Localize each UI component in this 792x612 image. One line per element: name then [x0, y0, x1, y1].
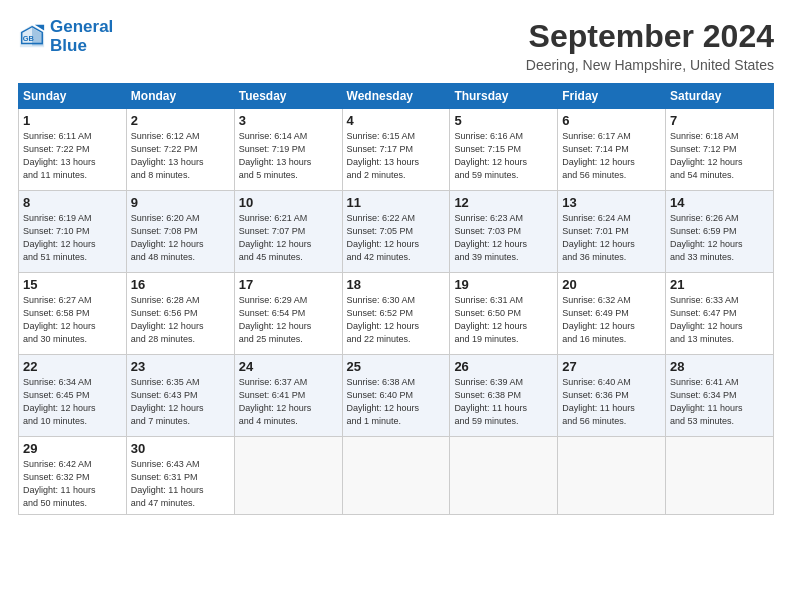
- day-number: 3: [239, 113, 338, 128]
- header: GB General Blue September 2024 Deering, …: [18, 18, 774, 73]
- logo-text: General Blue: [50, 18, 113, 55]
- day-info: Sunrise: 6:29 AM Sunset: 6:54 PM Dayligh…: [239, 294, 338, 346]
- table-row: 1Sunrise: 6:11 AM Sunset: 7:22 PM Daylig…: [19, 109, 127, 191]
- table-row: [450, 437, 558, 515]
- day-info: Sunrise: 6:16 AM Sunset: 7:15 PM Dayligh…: [454, 130, 553, 182]
- table-row: 16Sunrise: 6:28 AM Sunset: 6:56 PM Dayli…: [126, 273, 234, 355]
- table-row: 9Sunrise: 6:20 AM Sunset: 7:08 PM Daylig…: [126, 191, 234, 273]
- day-number: 4: [347, 113, 446, 128]
- day-number: 19: [454, 277, 553, 292]
- day-number: 14: [670, 195, 769, 210]
- table-row: 26Sunrise: 6:39 AM Sunset: 6:38 PM Dayli…: [450, 355, 558, 437]
- table-row: 18Sunrise: 6:30 AM Sunset: 6:52 PM Dayli…: [342, 273, 450, 355]
- day-info: Sunrise: 6:11 AM Sunset: 7:22 PM Dayligh…: [23, 130, 122, 182]
- day-info: Sunrise: 6:15 AM Sunset: 7:17 PM Dayligh…: [347, 130, 446, 182]
- table-row: [558, 437, 666, 515]
- day-number: 23: [131, 359, 230, 374]
- table-row: 8Sunrise: 6:19 AM Sunset: 7:10 PM Daylig…: [19, 191, 127, 273]
- col-friday: Friday: [558, 84, 666, 109]
- table-row: 3Sunrise: 6:14 AM Sunset: 7:19 PM Daylig…: [234, 109, 342, 191]
- day-info: Sunrise: 6:31 AM Sunset: 6:50 PM Dayligh…: [454, 294, 553, 346]
- day-info: Sunrise: 6:28 AM Sunset: 6:56 PM Dayligh…: [131, 294, 230, 346]
- logo-icon: GB: [18, 23, 46, 51]
- day-number: 10: [239, 195, 338, 210]
- table-row: 29Sunrise: 6:42 AM Sunset: 6:32 PM Dayli…: [19, 437, 127, 515]
- day-info: Sunrise: 6:43 AM Sunset: 6:31 PM Dayligh…: [131, 458, 230, 510]
- day-number: 8: [23, 195, 122, 210]
- table-row: 17Sunrise: 6:29 AM Sunset: 6:54 PM Dayli…: [234, 273, 342, 355]
- col-monday: Monday: [126, 84, 234, 109]
- day-info: Sunrise: 6:14 AM Sunset: 7:19 PM Dayligh…: [239, 130, 338, 182]
- day-info: Sunrise: 6:19 AM Sunset: 7:10 PM Dayligh…: [23, 212, 122, 264]
- day-number: 2: [131, 113, 230, 128]
- table-row: 2Sunrise: 6:12 AM Sunset: 7:22 PM Daylig…: [126, 109, 234, 191]
- day-number: 30: [131, 441, 230, 456]
- day-info: Sunrise: 6:20 AM Sunset: 7:08 PM Dayligh…: [131, 212, 230, 264]
- day-number: 13: [562, 195, 661, 210]
- col-thursday: Thursday: [450, 84, 558, 109]
- table-row: 20Sunrise: 6:32 AM Sunset: 6:49 PM Dayli…: [558, 273, 666, 355]
- day-info: Sunrise: 6:24 AM Sunset: 7:01 PM Dayligh…: [562, 212, 661, 264]
- day-info: Sunrise: 6:37 AM Sunset: 6:41 PM Dayligh…: [239, 376, 338, 428]
- svg-text:GB: GB: [23, 33, 35, 42]
- table-row: 10Sunrise: 6:21 AM Sunset: 7:07 PM Dayli…: [234, 191, 342, 273]
- day-number: 12: [454, 195, 553, 210]
- day-number: 15: [23, 277, 122, 292]
- day-number: 1: [23, 113, 122, 128]
- table-row: [666, 437, 774, 515]
- col-saturday: Saturday: [666, 84, 774, 109]
- table-row: 22Sunrise: 6:34 AM Sunset: 6:45 PM Dayli…: [19, 355, 127, 437]
- day-info: Sunrise: 6:30 AM Sunset: 6:52 PM Dayligh…: [347, 294, 446, 346]
- day-info: Sunrise: 6:40 AM Sunset: 6:36 PM Dayligh…: [562, 376, 661, 428]
- day-number: 7: [670, 113, 769, 128]
- day-number: 6: [562, 113, 661, 128]
- day-info: Sunrise: 6:39 AM Sunset: 6:38 PM Dayligh…: [454, 376, 553, 428]
- title-block: September 2024 Deering, New Hampshire, U…: [526, 18, 774, 73]
- logo: GB General Blue: [18, 18, 113, 55]
- page: GB General Blue September 2024 Deering, …: [0, 0, 792, 612]
- day-number: 29: [23, 441, 122, 456]
- table-row: 15Sunrise: 6:27 AM Sunset: 6:58 PM Dayli…: [19, 273, 127, 355]
- day-number: 9: [131, 195, 230, 210]
- location: Deering, New Hampshire, United States: [526, 57, 774, 73]
- col-sunday: Sunday: [19, 84, 127, 109]
- col-wednesday: Wednesday: [342, 84, 450, 109]
- logo-line1: General: [50, 17, 113, 36]
- table-row: 27Sunrise: 6:40 AM Sunset: 6:36 PM Dayli…: [558, 355, 666, 437]
- day-number: 5: [454, 113, 553, 128]
- day-info: Sunrise: 6:26 AM Sunset: 6:59 PM Dayligh…: [670, 212, 769, 264]
- day-number: 27: [562, 359, 661, 374]
- day-info: Sunrise: 6:21 AM Sunset: 7:07 PM Dayligh…: [239, 212, 338, 264]
- day-info: Sunrise: 6:22 AM Sunset: 7:05 PM Dayligh…: [347, 212, 446, 264]
- day-info: Sunrise: 6:23 AM Sunset: 7:03 PM Dayligh…: [454, 212, 553, 264]
- table-row: [234, 437, 342, 515]
- day-info: Sunrise: 6:35 AM Sunset: 6:43 PM Dayligh…: [131, 376, 230, 428]
- day-info: Sunrise: 6:41 AM Sunset: 6:34 PM Dayligh…: [670, 376, 769, 428]
- day-info: Sunrise: 6:38 AM Sunset: 6:40 PM Dayligh…: [347, 376, 446, 428]
- table-row: 6Sunrise: 6:17 AM Sunset: 7:14 PM Daylig…: [558, 109, 666, 191]
- table-row: [342, 437, 450, 515]
- table-row: 7Sunrise: 6:18 AM Sunset: 7:12 PM Daylig…: [666, 109, 774, 191]
- day-number: 16: [131, 277, 230, 292]
- day-number: 25: [347, 359, 446, 374]
- day-info: Sunrise: 6:18 AM Sunset: 7:12 PM Dayligh…: [670, 130, 769, 182]
- table-row: 5Sunrise: 6:16 AM Sunset: 7:15 PM Daylig…: [450, 109, 558, 191]
- month-title: September 2024: [526, 18, 774, 55]
- logo-line2: Blue: [50, 36, 87, 55]
- table-row: 19Sunrise: 6:31 AM Sunset: 6:50 PM Dayli…: [450, 273, 558, 355]
- day-info: Sunrise: 6:27 AM Sunset: 6:58 PM Dayligh…: [23, 294, 122, 346]
- day-number: 26: [454, 359, 553, 374]
- day-info: Sunrise: 6:34 AM Sunset: 6:45 PM Dayligh…: [23, 376, 122, 428]
- table-row: 25Sunrise: 6:38 AM Sunset: 6:40 PM Dayli…: [342, 355, 450, 437]
- table-row: 14Sunrise: 6:26 AM Sunset: 6:59 PM Dayli…: [666, 191, 774, 273]
- day-info: Sunrise: 6:12 AM Sunset: 7:22 PM Dayligh…: [131, 130, 230, 182]
- table-row: 28Sunrise: 6:41 AM Sunset: 6:34 PM Dayli…: [666, 355, 774, 437]
- day-number: 22: [23, 359, 122, 374]
- day-info: Sunrise: 6:17 AM Sunset: 7:14 PM Dayligh…: [562, 130, 661, 182]
- table-row: 11Sunrise: 6:22 AM Sunset: 7:05 PM Dayli…: [342, 191, 450, 273]
- day-number: 28: [670, 359, 769, 374]
- table-row: 13Sunrise: 6:24 AM Sunset: 7:01 PM Dayli…: [558, 191, 666, 273]
- table-row: 4Sunrise: 6:15 AM Sunset: 7:17 PM Daylig…: [342, 109, 450, 191]
- col-tuesday: Tuesday: [234, 84, 342, 109]
- day-info: Sunrise: 6:42 AM Sunset: 6:32 PM Dayligh…: [23, 458, 122, 510]
